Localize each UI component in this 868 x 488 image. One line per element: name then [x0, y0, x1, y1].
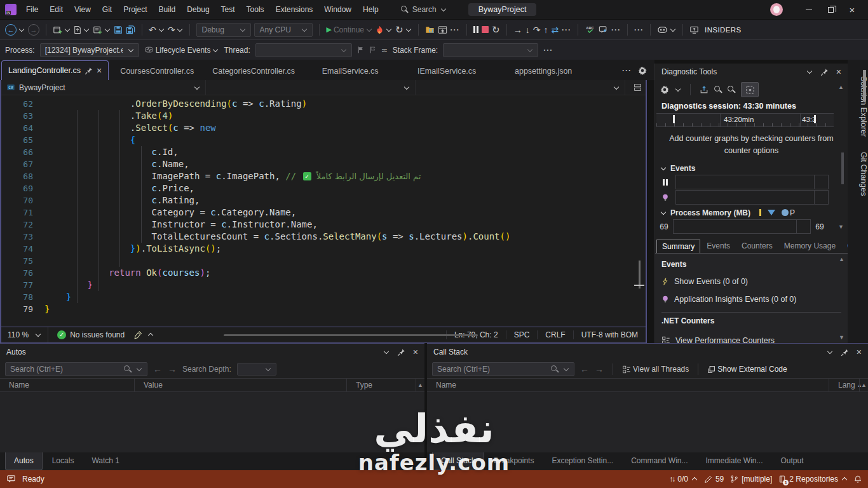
health-indicator[interactable]: ✓ No issues found [48, 330, 133, 339]
tab-locals[interactable]: Locals [44, 452, 83, 470]
diagnostics-tab-memory-usage[interactable]: Memory Usage [779, 240, 841, 254]
close-icon[interactable]: × [836, 67, 841, 77]
column-lang[interactable]: Lang▲ [829, 379, 859, 391]
autos-body[interactable] [0, 392, 424, 452]
call-stack-search-input[interactable]: Search (Ctrl+E) [432, 362, 574, 376]
zoom-out-icon[interactable] [728, 86, 735, 93]
navigate-forward-button[interactable]: → [28, 24, 39, 36]
browser-link-button[interactable] [438, 25, 447, 34]
sync-status[interactable]: ↑↓0/0 [669, 475, 698, 484]
stop-debugging-button[interactable] [482, 26, 489, 33]
panel-scrollbar-thumb[interactable] [841, 152, 844, 184]
editor-tab-appsettings.json[interactable]: appsettings.json [495, 62, 592, 80]
debug-toolbar-overflow-button[interactable]: ··· [562, 25, 571, 34]
export-icon[interactable] [700, 85, 709, 94]
menu-project[interactable]: Project [118, 5, 153, 14]
caret-up-icon[interactable] [148, 333, 153, 338]
diagnostics-tab-counters[interactable]: Counters [736, 240, 778, 254]
search-control[interactable]: Search [401, 5, 447, 14]
toolbar-overflow-button[interactable]: ··· [451, 25, 460, 34]
member-dropdown[interactable] [416, 80, 625, 95]
menu-test[interactable]: Test [215, 5, 241, 14]
thread-dropdown[interactable] [255, 43, 352, 57]
close-icon[interactable]: × [413, 347, 418, 357]
restore-button[interactable] [820, 1, 841, 18]
solution-configuration-dropdown[interactable]: Debug [196, 23, 251, 37]
encoding-mode[interactable]: UTF-8 with BOM [573, 330, 646, 339]
column-name[interactable]: Name [427, 379, 829, 391]
line-ending-mode[interactable]: CRLF [537, 330, 573, 339]
search-depth-dropdown[interactable] [237, 363, 276, 376]
column-value[interactable]: Value [135, 379, 347, 391]
chevron-down-icon[interactable] [675, 86, 681, 92]
indentation-mode[interactable]: SPC [506, 330, 538, 339]
current-branch[interactable]: [multiple] [730, 475, 772, 484]
step-out-button[interactable]: ↑ [543, 25, 548, 34]
tab-output[interactable]: Output [773, 452, 812, 470]
search-back-button[interactable]: ← [153, 365, 162, 374]
type-dropdown[interactable] [206, 80, 416, 95]
menu-tools[interactable]: Tools [241, 5, 270, 14]
code-editor[interactable]: 62 .OrderByDescending(c => c.Rating)63 .… [1, 95, 646, 327]
call-stack-body[interactable] [427, 392, 868, 452]
flag-custom-button[interactable] [369, 46, 376, 54]
show-next-statement-button[interactable]: → [513, 25, 522, 34]
process-memory-section-header[interactable]: Process Memory (MB) P [655, 205, 848, 219]
column-type[interactable]: Type [347, 379, 416, 391]
show-flagged-only-button[interactable]: ≍ [381, 46, 388, 54]
split-window-button[interactable] [630, 80, 646, 95]
breakpoint-settings-button[interactable]: ⇄ [551, 25, 559, 34]
comment-button[interactable] [599, 25, 608, 34]
panel-scroll-down-icon[interactable]: ▼ [838, 224, 844, 230]
break-all-button[interactable] [473, 26, 479, 33]
tab-autos[interactable]: Autos [5, 452, 43, 470]
menu-extensions[interactable]: Extensions [270, 5, 319, 14]
menu-file[interactable]: File [20, 5, 44, 14]
search-forward-button[interactable]: → [595, 365, 604, 374]
restart-app-button[interactable]: ↻ [395, 25, 412, 34]
copilot-button[interactable] [657, 25, 676, 34]
tab-command-win-[interactable]: Command Win... [623, 452, 696, 470]
diagnostics-tab-events[interactable]: Events [702, 240, 735, 254]
menu-git[interactable]: Git [97, 5, 118, 14]
pin-icon[interactable] [820, 68, 829, 76]
open-file-button[interactable] [74, 25, 90, 34]
editor-tab-CategoriesController.cs[interactable]: CategoriesController.cs [205, 62, 302, 80]
pin-icon[interactable] [841, 348, 849, 356]
close-icon[interactable]: × [857, 347, 862, 357]
view-performance-counters-link[interactable]: View Performance Counters [661, 332, 841, 344]
editor-tab-EmailService.cs[interactable]: EmailService.cs [302, 62, 398, 80]
flag-threads-button[interactable] [357, 46, 364, 54]
editor-tab-CoursesController.cs[interactable]: CoursesController.cs [109, 62, 205, 80]
menu-view[interactable]: View [69, 5, 97, 14]
spell-checker-button[interactable]: ABC [585, 25, 595, 34]
pending-edits[interactable]: 59 [704, 475, 724, 484]
app-insights-events-link[interactable]: Application Insights Events (0 of 0) [661, 290, 841, 308]
solution-platform-dropdown[interactable]: Any CPU [254, 23, 313, 37]
overflow-button[interactable]: ··· [634, 25, 644, 34]
redo-button[interactable]: ↷ [168, 25, 184, 34]
broom-icon[interactable] [133, 330, 142, 339]
navigate-back-button[interactable]: ← [5, 24, 25, 36]
close-icon[interactable]: × [97, 65, 102, 76]
menu-build[interactable]: Build [153, 5, 182, 14]
menu-window[interactable]: Window [318, 5, 357, 14]
events-section-header[interactable]: Events [655, 161, 848, 175]
column-name[interactable]: Name [0, 379, 135, 391]
continue-button[interactable]: ▶Continue [326, 25, 372, 34]
tab-watch-1[interactable]: Watch 1 [83, 452, 128, 470]
pin-icon[interactable] [85, 67, 93, 75]
search-back-button[interactable]: ← [580, 365, 589, 374]
notifications-button[interactable] [854, 475, 862, 484]
window-position-chevron[interactable] [827, 349, 832, 354]
scroll-up-icon[interactable]: ▲ [416, 379, 424, 391]
diagnostics-tab-summary[interactable]: Summary [656, 240, 700, 254]
diagnostics-timeline-ruler[interactable]: 43:20min 43:3 [656, 113, 834, 127]
gear-icon[interactable] [638, 66, 647, 75]
find-in-files-button[interactable] [425, 25, 435, 34]
zoom-in-icon[interactable] [714, 86, 722, 93]
send-feedback-button[interactable] [689, 25, 699, 34]
save-button[interactable] [114, 25, 123, 34]
undo-button[interactable]: ↶ [149, 25, 165, 34]
feedback-button[interactable] [6, 475, 16, 484]
